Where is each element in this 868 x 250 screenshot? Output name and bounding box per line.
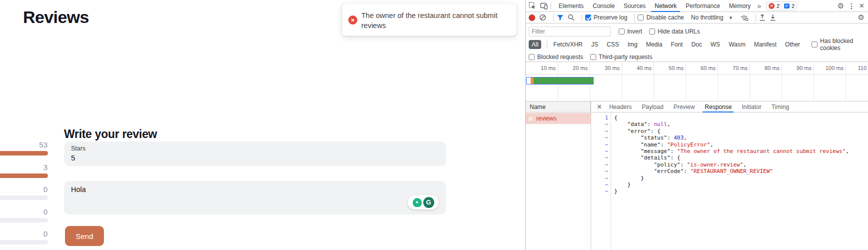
rating-count: 53	[0, 140, 47, 149]
gutter-fold-marker[interactable]: −	[591, 148, 608, 154]
stars-value: 5	[71, 154, 439, 162]
device-toolbar-icon[interactable]	[540, 2, 548, 10]
filter-input[interactable]	[529, 26, 611, 36]
filter-type-media[interactable]: Media	[643, 40, 666, 49]
hide-data-urls-checkbox[interactable]	[649, 28, 655, 34]
toast-error-icon: ✕	[348, 16, 357, 24]
filter-type-font[interactable]: Font	[668, 40, 686, 49]
request-row-reviews[interactable]: reviews	[526, 113, 591, 124]
timeline-tick-label: 20 ms	[558, 65, 588, 71]
send-button[interactable]: Send	[65, 226, 104, 246]
gutter-fold-marker[interactable]: −	[591, 128, 608, 134]
third-party-checkbox[interactable]	[590, 54, 596, 60]
devtools-tabbar: ElementsConsoleSourcesNetworkPerformance…	[526, 0, 868, 12]
network-filter-bar: Invert Hide data URLs AllFetch/XHRJSCSSI…	[526, 24, 868, 62]
filter-type-wasm[interactable]: Wasm	[726, 40, 749, 49]
rating-bar	[0, 174, 48, 178]
has-blocked-cookies-label: Has blocked cookies	[820, 38, 868, 52]
gutter-fold-marker[interactable]: −	[591, 162, 608, 168]
detail-tab-initiator[interactable]: Initiator	[737, 102, 766, 112]
filter-type-manifest[interactable]: Manifest	[751, 40, 780, 49]
code-line: "policy": "is-owner-review",	[614, 162, 747, 168]
network-conditions-icon[interactable]	[740, 14, 749, 21]
rating-bar	[0, 151, 48, 156]
throttling-value: No throttling	[691, 14, 724, 21]
comment-textarea[interactable]: Hola	[64, 181, 446, 214]
gutter-fold-marker[interactable]: −	[591, 154, 608, 161]
filter-type-js[interactable]: JS	[588, 40, 601, 49]
devtools-tab-elements[interactable]: Elements	[554, 0, 588, 12]
name-header-label: Name	[530, 104, 546, 110]
record-network-log-icon[interactable]	[529, 14, 535, 21]
invert-checkbox[interactable]	[619, 28, 625, 34]
search-icon[interactable]	[568, 14, 575, 21]
timeline-tick-label: 80 ms	[750, 65, 780, 71]
timeline-tick-label: 60 ms	[686, 65, 716, 71]
filter-icon[interactable]	[557, 14, 564, 21]
devtools-tab-memory[interactable]: Memory	[725, 0, 755, 12]
blocked-requests-label: Blocked requests	[537, 54, 583, 60]
filter-type-img[interactable]: Img	[625, 40, 641, 49]
request-waterfall-bar[interactable]	[526, 77, 594, 84]
detail-tab-preview[interactable]: Preview	[669, 102, 700, 112]
export-har-icon[interactable]	[770, 14, 776, 21]
gutter-fold-marker[interactable]: −	[591, 121, 608, 128]
suggestion-bulb-icon[interactable]: ✦	[413, 198, 422, 207]
has-blocked-cookies-checkbox[interactable]	[812, 42, 818, 48]
gutter-fold-marker[interactable]: −	[591, 142, 608, 148]
gutter-line-number: 1	[591, 114, 608, 121]
disable-cache-checkbox[interactable]	[638, 14, 644, 20]
network-settings-gear-icon[interactable]: ⚙	[858, 13, 865, 22]
gutter-fold-marker[interactable]: −	[591, 182, 608, 188]
detail-tab-response[interactable]: Response	[700, 102, 737, 112]
preserve-log-label: Preserve log	[594, 14, 627, 21]
code-line: "errCode": "RESTAURANT_OWNER_REVIEW"	[614, 168, 773, 174]
timeline-tick-label: 40 ms	[622, 65, 652, 71]
request-type-filters: AllFetch/XHRJSCSSImgMediaFontDocWSWasmMa…	[526, 39, 868, 50]
filter-type-fetchxhr[interactable]: Fetch/XHR	[550, 40, 586, 49]
clear-network-log-icon[interactable]	[539, 14, 546, 21]
gutter-fold-marker[interactable]: −	[591, 168, 608, 174]
stars-field[interactable]: Stars 5	[64, 142, 446, 166]
divider	[782, 3, 782, 9]
settings-gear-icon[interactable]: ⚙	[838, 2, 844, 10]
detail-tab-payload[interactable]: Payload	[637, 102, 668, 112]
gutter-fold-marker[interactable]: −	[591, 134, 608, 141]
filter-type-all[interactable]: All	[529, 40, 541, 49]
rating-count: 0	[0, 185, 47, 194]
gutter-fold-marker[interactable]: −	[591, 175, 608, 182]
throttling-select[interactable]: No throttling ▾	[691, 14, 732, 21]
review-form-heading: Write your review	[64, 128, 157, 141]
filter-type-doc[interactable]: Doc	[688, 40, 705, 49]
grammarly-widget[interactable]: ✦ G	[408, 195, 439, 210]
detail-tab-headers[interactable]: Headers	[604, 102, 637, 112]
devtools-panel: ElementsConsoleSourcesNetworkPerformance…	[525, 0, 868, 250]
devtools-tab-network[interactable]: Network	[650, 0, 681, 12]
more-tabs-icon[interactable]: »	[755, 2, 763, 10]
close-detail-pane-icon[interactable]: ✕	[597, 103, 602, 110]
devtools-tab-console[interactable]: Console	[588, 0, 619, 12]
dropdown-arrow-icon: ▾	[729, 14, 732, 21]
filter-type-other[interactable]: Other	[782, 40, 803, 49]
filter-type-ws[interactable]: WS	[708, 40, 723, 49]
code-line: "details": {	[614, 154, 680, 161]
inspect-cursor-icon[interactable]	[529, 2, 536, 10]
gutter-fold-marker[interactable]: −	[591, 188, 608, 194]
blocked-requests-checkbox[interactable]	[529, 54, 535, 60]
preserve-log-checkbox[interactable]	[585, 14, 591, 20]
code-line: "name": "PolicyError",	[614, 142, 714, 148]
name-column-header[interactable]: Name	[526, 102, 591, 112]
detail-tabs: HeadersPayloadPreviewResponseInitiatorTi…	[604, 102, 794, 112]
filter-type-css[interactable]: CSS	[604, 40, 622, 49]
stars-label: Stars	[71, 145, 439, 152]
close-devtools-icon[interactable]: ✕	[859, 2, 865, 10]
divider	[547, 41, 547, 48]
request-table-header: Name ✕ HeadersPayloadPreviewResponseInit…	[526, 102, 868, 112]
devtools-tab-performance[interactable]: Performance	[681, 0, 725, 12]
issues-badges[interactable]: ✕ 2 2	[766, 2, 797, 10]
grammarly-icon[interactable]: G	[423, 197, 434, 208]
import-har-icon[interactable]	[759, 14, 766, 21]
kebab-menu-icon[interactable]: ⋮	[844, 2, 859, 10]
devtools-tab-sources[interactable]: Sources	[619, 0, 650, 12]
detail-tab-timing[interactable]: Timing	[767, 102, 795, 112]
